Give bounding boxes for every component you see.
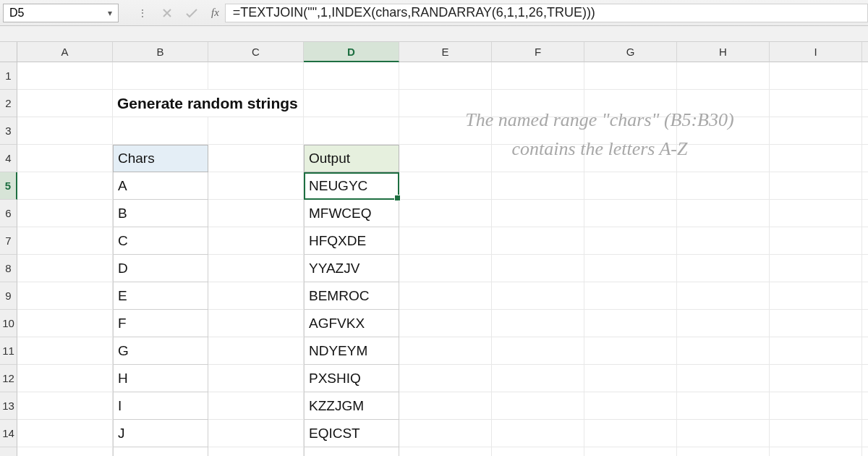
name-box[interactable]: D5 ▾ <box>3 4 119 22</box>
col-header-a[interactable]: A <box>17 42 113 62</box>
chars-cell[interactable]: E <box>113 282 208 310</box>
cell[interactable] <box>862 255 868 282</box>
cell[interactable] <box>208 62 304 90</box>
cell[interactable] <box>862 117 868 145</box>
col-header-d[interactable]: D <box>304 42 399 62</box>
cell[interactable] <box>862 365 868 392</box>
cell[interactable] <box>862 282 868 310</box>
cell[interactable] <box>17 227 113 255</box>
cell[interactable] <box>677 172 770 200</box>
row-header-11[interactable]: 11 <box>0 337 17 365</box>
cell[interactable] <box>492 365 584 392</box>
row-header-6[interactable]: 6 <box>0 200 17 227</box>
cell[interactable] <box>492 447 584 456</box>
cells[interactable]: Generate random strings <box>17 62 868 456</box>
output-cell[interactable]: YYAZJV <box>304 255 399 282</box>
cell[interactable] <box>677 200 770 227</box>
cell[interactable] <box>399 447 492 456</box>
col-header-g[interactable]: G <box>584 42 677 62</box>
cell[interactable] <box>584 447 677 456</box>
cell[interactable] <box>677 365 770 392</box>
cell[interactable] <box>584 90 677 117</box>
row-header-2[interactable]: 2 <box>0 90 17 117</box>
cell[interactable] <box>492 420 584 447</box>
cell[interactable] <box>584 172 677 200</box>
cell[interactable] <box>862 90 868 117</box>
cell[interactable] <box>208 310 304 337</box>
cell[interactable] <box>862 227 868 255</box>
cell[interactable] <box>584 392 677 420</box>
cell[interactable] <box>208 172 304 200</box>
cell[interactable] <box>584 282 677 310</box>
row-header-5[interactable]: 5 <box>0 172 17 200</box>
cell[interactable] <box>17 310 113 337</box>
cell[interactable] <box>399 62 492 90</box>
cell[interactable] <box>677 392 770 420</box>
row-header-7[interactable]: 7 <box>0 227 17 255</box>
chars-cell[interactable]: A <box>113 172 208 200</box>
cell[interactable] <box>770 392 862 420</box>
cell[interactable] <box>770 117 862 145</box>
row-header-4[interactable]: 4 <box>0 145 17 172</box>
col-header-e[interactable]: E <box>399 42 492 62</box>
cell[interactable] <box>17 392 113 420</box>
cell[interactable] <box>208 365 304 392</box>
cell[interactable] <box>208 227 304 255</box>
chars-cell[interactable]: G <box>113 337 208 365</box>
chars-cell[interactable]: C <box>113 227 208 255</box>
cell[interactable] <box>492 282 584 310</box>
cell[interactable] <box>208 282 304 310</box>
cell[interactable] <box>208 337 304 365</box>
output-header[interactable]: Output <box>304 145 399 172</box>
chars-cell[interactable]: I <box>113 392 208 420</box>
cell[interactable] <box>492 172 584 200</box>
cell[interactable] <box>770 337 862 365</box>
cell[interactable] <box>208 200 304 227</box>
cell[interactable] <box>770 255 862 282</box>
cell[interactable] <box>677 337 770 365</box>
output-cell[interactable]: NEUGYC <box>304 172 399 200</box>
cell[interactable] <box>17 255 113 282</box>
chars-cell[interactable]: D <box>113 255 208 282</box>
cell[interactable] <box>677 310 770 337</box>
cell[interactable] <box>862 392 868 420</box>
col-header-f[interactable]: F <box>492 42 584 62</box>
cell[interactable] <box>399 255 492 282</box>
cell[interactable] <box>862 420 868 447</box>
cell[interactable] <box>399 392 492 420</box>
cell[interactable] <box>17 365 113 392</box>
cell[interactable] <box>492 117 584 145</box>
enter-icon[interactable] <box>179 3 204 23</box>
cell[interactable] <box>862 172 868 200</box>
cell[interactable] <box>113 117 208 145</box>
cell[interactable] <box>677 282 770 310</box>
cell[interactable] <box>492 62 584 90</box>
col-header-c[interactable]: C <box>208 42 304 62</box>
cell[interactable] <box>862 200 868 227</box>
row-header-3[interactable]: 3 <box>0 117 17 145</box>
more-icon[interactable]: ⋮ <box>130 3 155 23</box>
output-cell[interactable]: NDYEYM <box>304 337 399 365</box>
cancel-icon[interactable] <box>155 3 179 23</box>
cell[interactable] <box>304 62 399 90</box>
cell[interactable] <box>770 310 862 337</box>
col-header-i[interactable]: I <box>770 42 862 62</box>
cell[interactable] <box>399 282 492 310</box>
cell[interactable] <box>399 145 492 172</box>
cell[interactable] <box>584 310 677 337</box>
cell[interactable] <box>208 420 304 447</box>
output-cell[interactable]: KZZJGM <box>304 392 399 420</box>
cell[interactable] <box>584 365 677 392</box>
cell[interactable] <box>584 337 677 365</box>
cell[interactable] <box>862 337 868 365</box>
cell[interactable] <box>399 420 492 447</box>
cell[interactable] <box>584 200 677 227</box>
cell[interactable] <box>113 62 208 90</box>
cell[interactable] <box>17 200 113 227</box>
cell[interactable] <box>492 255 584 282</box>
cell[interactable] <box>492 90 584 117</box>
cell[interactable] <box>770 227 862 255</box>
cell[interactable] <box>17 145 113 172</box>
cell[interactable] <box>770 365 862 392</box>
formula-input[interactable]: =TEXTJOIN("",1,INDEX(chars,RANDARRAY(6,1… <box>225 4 868 22</box>
